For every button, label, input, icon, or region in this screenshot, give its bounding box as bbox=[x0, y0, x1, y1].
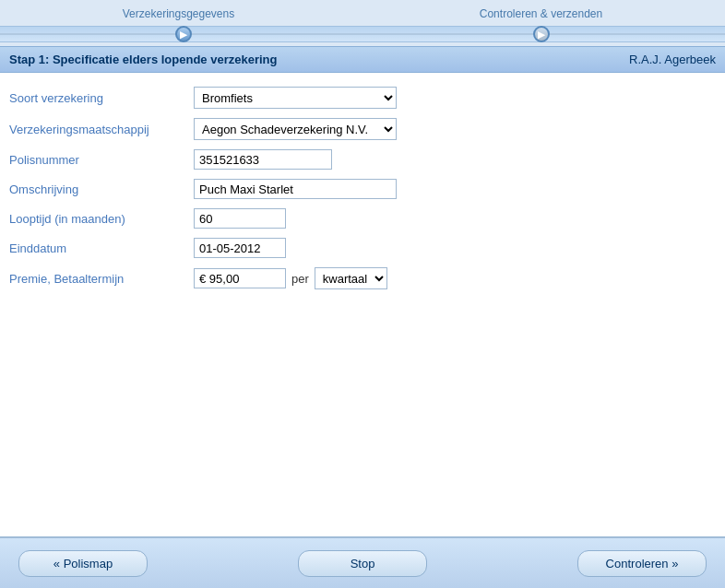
maatschappij-control: Aegon Schadeverzekering N.V. Allianz Int… bbox=[194, 118, 397, 140]
soort-select[interactable]: Bromfiets Auto Motor Fiets bbox=[194, 87, 397, 109]
looptijd-input[interactable] bbox=[194, 208, 286, 229]
footer: « Polismap Stop Controleren » bbox=[0, 536, 725, 588]
soort-control: Bromfiets Auto Motor Fiets bbox=[194, 87, 397, 109]
einddatum-row: Einddatum bbox=[9, 238, 716, 258]
back-button[interactable]: « Polismap bbox=[18, 550, 148, 577]
stop-button[interactable]: Stop bbox=[298, 550, 427, 577]
einddatum-label: Einddatum bbox=[9, 241, 194, 255]
looptijd-label: Looptijd (in maanden) bbox=[9, 212, 194, 226]
polis-input[interactable] bbox=[194, 149, 332, 170]
per-label: per bbox=[291, 272, 309, 286]
omschrijving-control bbox=[194, 179, 397, 199]
premie-row: Premie, Betaaltermijn per kwartaal maand… bbox=[9, 267, 716, 289]
progress-dots-container: ▶ ▶ bbox=[18, 26, 707, 42]
form-area: Soort verzekering Bromfiets Auto Motor F… bbox=[0, 73, 725, 319]
looptijd-row: Looptijd (in maanden) bbox=[9, 208, 716, 229]
progress-area: Verzekeringsgegevens Controleren & verze… bbox=[0, 0, 725, 46]
step-header: Stap 1: Specificatie elders lopende verz… bbox=[0, 46, 725, 73]
maatschappij-label: Verzekeringsmaatschappij bbox=[9, 123, 194, 136]
step1-label: Verzekeringsgegevens bbox=[123, 7, 234, 20]
premie-control: per kwartaal maand jaar bbox=[194, 267, 387, 289]
maatschappij-select[interactable]: Aegon Schadeverzekering N.V. Allianz Int… bbox=[194, 118, 397, 140]
maatschappij-row: Verzekeringsmaatschappij Aegon Schadever… bbox=[9, 118, 716, 140]
premie-label: Premie, Betaaltermijn bbox=[9, 272, 194, 286]
step2-dot: ▶ bbox=[533, 26, 550, 42]
soort-row: Soort verzekering Bromfiets Auto Motor F… bbox=[9, 87, 716, 109]
step2-dot-arrow: ▶ bbox=[538, 29, 545, 40]
omschrijving-input[interactable] bbox=[194, 179, 397, 199]
next-button[interactable]: Controleren » bbox=[577, 550, 707, 577]
step2-label: Controleren & verzenden bbox=[480, 7, 602, 20]
premie-input[interactable] bbox=[194, 268, 286, 288]
step1-dot: ▶ bbox=[175, 26, 192, 42]
soort-label: Soort verzekering bbox=[9, 91, 194, 105]
omschrijving-label: Omschrijving bbox=[9, 182, 194, 196]
einddatum-control bbox=[194, 238, 286, 258]
progress-bar-track: ▶ ▶ bbox=[0, 26, 725, 42]
polis-label: Polisnummer bbox=[9, 153, 194, 167]
polis-row: Polisnummer bbox=[9, 149, 716, 170]
step1-dot-arrow: ▶ bbox=[180, 29, 187, 40]
step-title: Stap 1: Specificatie elders lopende verz… bbox=[9, 53, 277, 66]
main-content: Stap 1: Specificatie elders lopende verz… bbox=[0, 46, 725, 536]
progress-labels: Verzekeringsgegevens Controleren & verze… bbox=[0, 7, 725, 20]
betaaltermijn-select[interactable]: kwartaal maand jaar bbox=[315, 267, 387, 289]
step-user: R.A.J. Agerbeek bbox=[629, 53, 716, 66]
polis-control bbox=[194, 149, 332, 170]
omschrijving-row: Omschrijving bbox=[9, 179, 716, 199]
einddatum-input[interactable] bbox=[194, 238, 286, 258]
looptijd-control bbox=[194, 208, 286, 229]
